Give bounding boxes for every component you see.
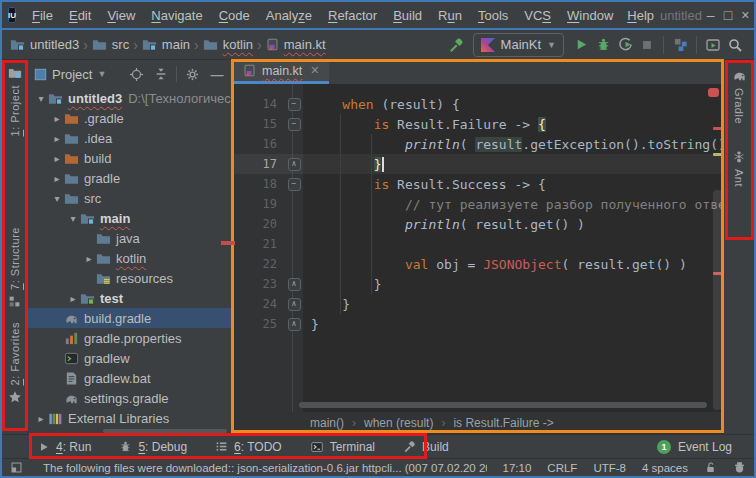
warning-stripe-mark[interactable] [713, 153, 722, 156]
close-icon[interactable]: ✕ [310, 64, 319, 77]
tree-item--idea[interactable]: ▸.idea [28, 128, 233, 148]
close-button[interactable]: × [737, 7, 754, 23]
tool-window-button-debug[interactable]: 5: Debug [119, 440, 187, 454]
tree-item-main[interactable]: ▾main [28, 208, 233, 228]
error-stripe-mark[interactable] [713, 127, 722, 130]
breadcrumb-item-src[interactable]: src [92, 37, 129, 52]
code-line-24[interactable]: 24∧ } [233, 294, 723, 314]
tree-item-build-gradle[interactable]: build.gradle [28, 308, 233, 328]
menu-tools[interactable]: Tools [470, 8, 516, 23]
editor-breadcrumb-item[interactable]: is Result.Failure -> [453, 416, 553, 430]
tree-toggle-icon[interactable]: ▸ [66, 293, 80, 304]
tool-window-button-build[interactable]: Build [403, 440, 449, 454]
stop-button[interactable] [636, 34, 658, 56]
code-line-15[interactable]: 15− is Result.Failure -> { [233, 114, 723, 134]
coverage-button[interactable] [614, 34, 636, 56]
menu-build[interactable]: Build [385, 8, 430, 23]
tree-toggle-icon[interactable]: ▸ [82, 253, 96, 264]
run-tool-window-icon[interactable] [702, 34, 724, 56]
tree-toggle-icon[interactable]: ▾ [66, 213, 80, 224]
menu-run[interactable]: Run [430, 8, 470, 23]
tree-toggle-icon[interactable]: ▸ [50, 153, 64, 164]
menu-analyze[interactable]: Analyze [258, 8, 320, 23]
tree-item-java[interactable]: java [28, 228, 233, 248]
code-line-22[interactable]: 22 val obj = JSONObject( result.get() ) [233, 254, 723, 274]
code-line-20[interactable]: 20 println( result.get() ) [233, 214, 723, 234]
tool-window-button-gradle[interactable]: Gradle [732, 68, 747, 124]
breadcrumb-item-main-kt[interactable]: main.kt [266, 37, 326, 52]
menu-view[interactable]: View [99, 8, 143, 23]
breadcrumb-item-untitled3[interactable]: untitled3 [10, 37, 79, 52]
tree-toggle-icon[interactable]: ▸ [50, 173, 64, 184]
run-configuration-select[interactable]: MainKt ▼ [473, 33, 564, 57]
tool-window-button-todo[interactable]: 6: TODO [215, 440, 282, 454]
fold-marker-icon[interactable]: − [288, 118, 301, 131]
encoding-widget[interactable]: UTF-8 [593, 462, 626, 474]
tree-toggle-icon[interactable]: ▸ [34, 413, 48, 424]
tool-window-button-structure[interactable]: 7: Structure [8, 227, 21, 308]
fold-marker-icon[interactable]: − [288, 178, 301, 191]
line-ending-widget[interactable]: CRLF [547, 462, 577, 474]
tree-item-gradlew-bat[interactable]: gradlew.bat [28, 368, 233, 388]
editor-breadcrumb-item[interactable]: when (result) [364, 416, 433, 430]
project-tree-hscrollbar[interactable] [103, 429, 227, 433]
tree-item-resources[interactable]: resources [28, 268, 233, 288]
tree-item-gradle[interactable]: ▸gradle [28, 168, 233, 188]
menu-refactor[interactable]: Refactor [320, 8, 385, 23]
menu-window[interactable]: Window [559, 8, 621, 23]
minimize-button[interactable]: – [702, 7, 719, 23]
fold-marker-icon[interactable]: ∧ [288, 158, 301, 171]
code-line-25[interactable]: 25∧} [233, 314, 723, 334]
hector-inspections-icon[interactable] [733, 461, 746, 474]
chevron-down-icon[interactable]: ▼ [97, 69, 106, 79]
tab-main-kt[interactable]: main.kt ✕ [234, 60, 329, 84]
tool-window-button-favorites[interactable]: 2: Favorites [8, 322, 22, 404]
status-message[interactable]: The following files were downloaded:: js… [43, 462, 487, 474]
tool-window-button-run[interactable]: 4: Run [38, 440, 91, 454]
error-indicator[interactable] [708, 88, 719, 97]
code-line-14[interactable]: 14− when (result) { [233, 94, 723, 114]
tree-toggle-icon[interactable]: ▾ [50, 193, 64, 204]
code-line-18[interactable]: 18− is Result.Success -> { [233, 174, 723, 194]
editor-vscrollbar[interactable] [713, 190, 722, 410]
menu-navigate[interactable]: Navigate [143, 8, 210, 23]
code-line-17[interactable]: 17∧ } [233, 154, 723, 174]
locate-file-icon[interactable] [126, 64, 146, 84]
code-area[interactable]: 14− when (result) {15− is Result.Failure… [233, 84, 723, 412]
tree-item-settings-gradle[interactable]: settings.gradle [28, 388, 233, 408]
fold-marker-icon[interactable]: ∧ [288, 298, 301, 311]
tool-window-button-ant[interactable]: Ant [732, 150, 746, 187]
code-line-16[interactable]: 16 println( result.getException().toStri… [233, 134, 723, 154]
tree-item-build[interactable]: ▸build [28, 148, 233, 168]
menu-file[interactable]: File [24, 8, 61, 23]
search-everywhere-icon[interactable] [724, 34, 746, 56]
fold-marker-icon[interactable]: ∧ [288, 318, 301, 331]
breadcrumb-item-kotlin[interactable]: kotlin [203, 37, 253, 52]
indent-widget[interactable]: 4 spaces [642, 462, 688, 474]
maximize-button[interactable]: □ [719, 7, 736, 23]
editor-breadcrumb-item[interactable]: main() [310, 416, 344, 430]
run-button[interactable] [570, 34, 592, 56]
tool-window-button-project[interactable]: 1: Project [8, 66, 22, 136]
project-structure-icon[interactable] [669, 34, 691, 56]
tree-toggle-icon[interactable]: ▾ [34, 93, 48, 104]
tool-window-switcher-icon[interactable] [10, 461, 23, 474]
tree-item-untitled3[interactable]: ▾untitled3 D:\[Технологический [28, 88, 233, 108]
tree-toggle-icon[interactable]: ▸ [50, 113, 64, 124]
breadcrumb-item-main[interactable]: main [142, 37, 190, 52]
tool-window-button-terminal[interactable]: Terminal [310, 440, 375, 454]
build-hammer-icon[interactable] [445, 34, 467, 56]
menu-edit[interactable]: Edit [61, 8, 99, 23]
hide-panel-icon[interactable]: — [207, 64, 227, 84]
gear-icon[interactable] [182, 64, 202, 84]
project-view-label[interactable]: Project [52, 67, 92, 82]
tree-item--gradle[interactable]: ▸.gradle [28, 108, 233, 128]
menu-vcs[interactable]: VCS [516, 8, 559, 23]
tree-toggle-icon[interactable]: ▸ [50, 133, 64, 144]
collapse-all-icon[interactable] [151, 64, 171, 84]
tree-item-src[interactable]: ▾src [28, 188, 233, 208]
tree-item-gradle-properties[interactable]: gradle.properties [28, 328, 233, 348]
menu-code[interactable]: Code [211, 8, 258, 23]
tree-item-gradlew[interactable]: gradlew [28, 348, 233, 368]
tree-item-kotlin[interactable]: ▸kotlin [28, 248, 233, 268]
